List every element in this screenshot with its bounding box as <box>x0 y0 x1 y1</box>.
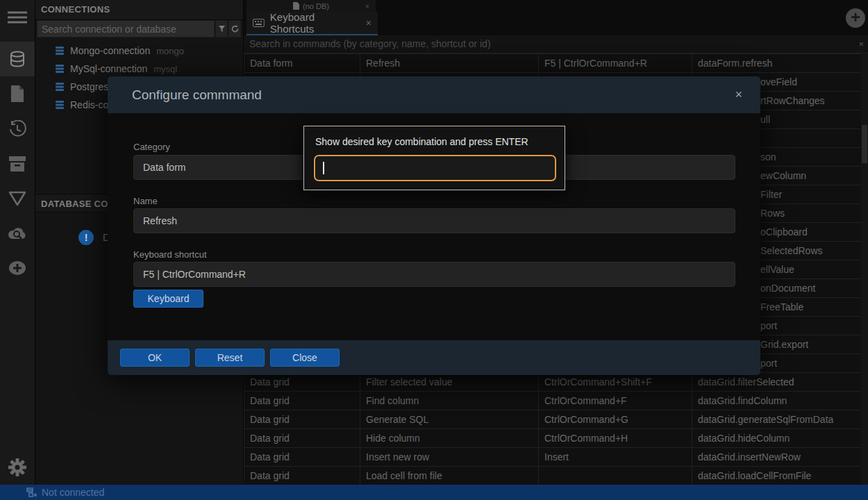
modal-title: Configure commmand <box>132 88 735 103</box>
table-row[interactable]: Data gridFilter selected valueCtrlOrComm… <box>244 373 862 392</box>
tab-keyboard-shortcuts[interactable]: Keyboard Shortcuts × <box>247 12 378 35</box>
archive-icon[interactable] <box>0 147 35 181</box>
cell-command-id: dataForm.refresh <box>692 54 862 73</box>
key-capture-prompt: Show desired key combination and press E… <box>315 136 528 147</box>
shortcut-field[interactable]: F5 | CtrlOrCommand+R <box>133 262 735 287</box>
connection-name: Postgres- <box>70 81 112 92</box>
cell-command-id: dataGrid.findColumn <box>692 392 862 410</box>
database-icon <box>55 82 65 92</box>
cell-name: Refresh <box>360 54 539 73</box>
cell-category: Data grid <box>244 373 360 392</box>
tab-group-strip: (no DB) × <box>244 0 868 12</box>
connections-panel-title: CONNECTIONS <box>35 0 243 20</box>
connection-filter-button[interactable] <box>215 20 228 38</box>
key-capture-popup: Show desired key combination and press E… <box>303 126 565 190</box>
app-window: CONNECTIONS Mongo-connectionmongoMySql-c… <box>0 0 868 500</box>
vertical-scrollbar[interactable] <box>861 53 868 485</box>
connection-refresh-button[interactable] <box>228 20 241 38</box>
cell-category: Data grid <box>244 448 360 467</box>
table-row[interactable]: Data gridHide columnCtrlOrCommand+HdataG… <box>244 429 862 448</box>
name-field[interactable]: Refresh <box>133 208 735 233</box>
refresh-icon <box>231 25 239 33</box>
category-label: Category <box>133 142 170 152</box>
cell-keybinding: Insert <box>539 448 692 467</box>
file-icon <box>293 2 299 10</box>
cell-keybinding: CtrlOrCommand+H <box>539 429 692 448</box>
cell-name: Hide column <box>360 429 539 448</box>
cell-name: Find column <box>360 392 539 410</box>
cell-name: Load cell from file <box>360 467 539 485</box>
status-bar: Not connected <box>0 485 868 500</box>
table-row[interactable]: Data formRefreshF5 | CtrlOrCommand+Rdata… <box>244 54 862 73</box>
cell-command-id: dataGrid.hideColumn <box>692 429 862 448</box>
history-icon[interactable] <box>0 112 35 147</box>
database-icon <box>55 100 65 110</box>
plus-circle-icon[interactable] <box>0 251 35 285</box>
add-connection-button[interactable]: + <box>846 8 865 28</box>
close-button[interactable]: Close <box>270 349 340 367</box>
close-icon[interactable]: × <box>735 88 742 102</box>
cell-keybinding: F5 | CtrlOrCommand+R <box>539 54 692 73</box>
cloud-search-icon[interactable] <box>0 216 35 251</box>
cell-name: Insert new row <box>360 448 539 467</box>
scrollbar-thumb[interactable] <box>862 125 867 163</box>
cell-keybinding <box>539 467 692 485</box>
cell-keybinding: CtrlOrCommand+Shift+F <box>539 373 692 392</box>
text-caret <box>323 162 324 174</box>
tab-strip: Keyboard Shortcuts × <box>244 12 868 35</box>
cell-category: Data grid <box>244 467 360 485</box>
cell-category: Data grid <box>244 410 360 429</box>
table-row[interactable]: Data gridFind columnCtrlOrCommand+FdataG… <box>244 392 862 410</box>
tab-group-label: (no DB) <box>303 2 329 10</box>
cell-category: Data form <box>244 54 360 73</box>
close-icon[interactable]: × <box>365 2 369 10</box>
filter-icon[interactable] <box>0 181 35 216</box>
cell-command-id: dataGrid.loadCellFromFile <box>692 467 862 485</box>
connection-engine: mysql <box>153 64 177 74</box>
funnel-icon <box>219 26 225 32</box>
database-icon[interactable] <box>0 42 35 76</box>
connection-item[interactable]: Mongo-connectionmongo <box>35 42 243 60</box>
cell-keybinding: CtrlOrCommand+F <box>539 392 692 410</box>
connection-search-input[interactable] <box>37 20 215 38</box>
gear-icon[interactable] <box>0 450 35 485</box>
table-row[interactable]: Data gridLoad cell from filedataGrid.loa… <box>244 467 862 485</box>
connection-name: Mongo-connection <box>70 45 150 56</box>
connection-name: MySql-connection <box>70 63 147 74</box>
clear-search-icon[interactable]: × <box>858 35 864 53</box>
shortcut-label: Keyboard shortcut <box>133 249 207 260</box>
name-label: Name <box>133 196 158 206</box>
database-icon <box>55 64 65 74</box>
table-row[interactable]: Data gridInsert new rowInsertdataGrid.in… <box>244 448 862 467</box>
file-icon[interactable] <box>0 76 35 111</box>
database-icon <box>55 46 65 56</box>
cell-category: Data grid <box>244 429 360 448</box>
keyboard-icon <box>253 19 265 27</box>
close-icon[interactable]: × <box>366 17 372 28</box>
command-search[interactable]: Search in commands (by category, name, s… <box>244 35 868 53</box>
tab-group-nodb[interactable]: (no DB) × <box>247 0 376 12</box>
cell-command-id: dataGrid.filterSelected <box>692 373 862 392</box>
keyboard-button[interactable]: Keyboard <box>133 290 203 308</box>
modal-footer: OK Reset Close <box>108 340 760 375</box>
table-row[interactable]: Data gridGenerate SQLCtrlOrCommand+Gdata… <box>244 410 862 429</box>
cell-category: Data grid <box>244 392 360 410</box>
configure-command-modal: Configure commmand × Category Data form … <box>108 76 760 375</box>
cell-name: Filter selected value <box>360 373 539 392</box>
connection-engine: mongo <box>156 46 184 56</box>
menu-icon[interactable] <box>0 0 35 35</box>
cell-keybinding: CtrlOrCommand+G <box>539 410 692 429</box>
modal-header: Configure commmand × <box>108 76 760 113</box>
key-capture-input[interactable] <box>314 155 556 181</box>
ok-button[interactable]: OK <box>120 349 190 367</box>
icon-rail <box>0 0 35 485</box>
info-icon: ! <box>78 230 94 245</box>
reset-button[interactable]: Reset <box>195 349 265 367</box>
cell-command-id: dataGrid.insertNewRow <box>692 448 862 467</box>
connection-item[interactable]: MySql-connectionmysql <box>35 60 243 78</box>
status-text: Not connected <box>42 487 104 498</box>
cell-command-id: dataGrid.generateSqlFromData <box>692 410 862 429</box>
command-search-placeholder: Search in commands (by category, name, s… <box>249 35 491 53</box>
tab-label: Keyboard Shortcuts <box>270 11 360 35</box>
cell-name: Generate SQL <box>360 410 539 429</box>
